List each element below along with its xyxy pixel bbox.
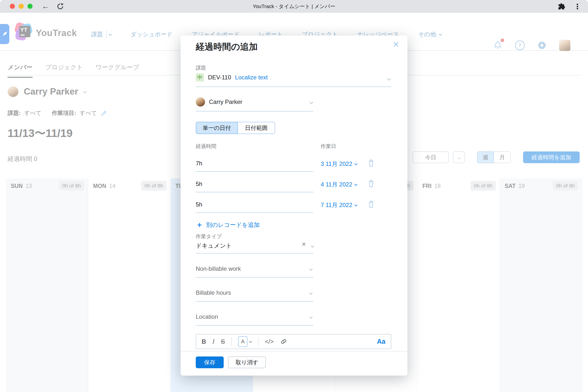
billable-hours-select[interactable]: Billable hours bbox=[196, 289, 231, 296]
extensions-puzzle-icon[interactable] bbox=[558, 3, 565, 10]
fullscreen-editor-button[interactable]: Aa bbox=[377, 338, 386, 346]
location-select[interactable]: Location bbox=[196, 313, 218, 320]
workday-date-select[interactable]: 7 11月 2022 bbox=[321, 201, 357, 209]
assignee-select[interactable]: Carry Parker bbox=[196, 97, 242, 106]
priority-badge: 中 bbox=[196, 73, 204, 82]
hours-input[interactable]: 7h bbox=[196, 160, 202, 167]
date-range-toggle[interactable]: 日付範囲 bbox=[238, 122, 275, 134]
chevron-down-icon bbox=[310, 316, 312, 319]
chevron-down-icon bbox=[310, 100, 313, 104]
delete-record-icon[interactable] bbox=[367, 200, 375, 208]
chevron-down-icon bbox=[354, 182, 358, 186]
strikethrough-button[interactable]: S bbox=[221, 338, 225, 345]
issue-field-label: 課題 bbox=[196, 64, 206, 71]
comment-editor-toolbar: B I S A </> Aa bbox=[196, 334, 391, 349]
delete-record-icon[interactable] bbox=[367, 159, 375, 167]
spent-time-column-label: 経過時間 bbox=[196, 143, 216, 150]
hours-input[interactable]: 5h bbox=[196, 180, 202, 188]
chevron-down-icon bbox=[310, 292, 312, 295]
text-color-button[interactable]: A bbox=[238, 336, 252, 347]
single-date-toggle[interactable]: 単一の日付 bbox=[196, 122, 238, 134]
chevron-down-icon bbox=[354, 162, 358, 165]
issue-select[interactable]: 中 DEV-110 Localize text bbox=[196, 73, 268, 82]
add-another-record-link[interactable]: ＋ 別のレコードを追加 bbox=[196, 220, 260, 230]
clear-icon[interactable]: × bbox=[302, 240, 306, 248]
dialog-footer-divider bbox=[180, 351, 408, 352]
issue-select-underline bbox=[196, 86, 391, 87]
assignee-select-underline bbox=[196, 111, 313, 112]
chevron-down-icon bbox=[310, 268, 312, 271]
chevron-down-icon bbox=[387, 77, 391, 80]
bold-button[interactable]: B bbox=[202, 338, 206, 345]
assignee-name: Carry Parker bbox=[209, 98, 242, 105]
browser-tab-title: YouTrack - タイムシート | メンバー bbox=[0, 0, 588, 13]
work-type-select[interactable]: ドキュメント bbox=[196, 242, 232, 250]
workday-column-label: 作業日 bbox=[321, 143, 336, 150]
cancel-button[interactable]: 取り消す bbox=[228, 356, 266, 368]
chevron-down-icon bbox=[249, 340, 252, 343]
italic-button[interactable]: I bbox=[212, 338, 214, 345]
app-window: ← YouTrack - タイムシート | メンバー ⋮ YT YouTrack bbox=[0, 0, 588, 392]
close-icon[interactable]: × bbox=[393, 39, 399, 50]
date-mode-toggle: 単一の日付 日付範囲 bbox=[196, 122, 275, 134]
assignee-avatar bbox=[196, 97, 205, 106]
browser-menu-icon[interactable]: ⋮ bbox=[574, 2, 581, 11]
dialog-title: 経過時間の追加 bbox=[196, 41, 258, 53]
workday-date-select[interactable]: 4 11月 2022 bbox=[321, 180, 357, 188]
code-button[interactable]: </> bbox=[265, 338, 274, 345]
plus-icon: ＋ bbox=[196, 220, 203, 230]
save-button[interactable]: 保存 bbox=[196, 356, 224, 368]
browser-chrome: ← YouTrack - タイムシート | メンバー ⋮ bbox=[0, 0, 588, 13]
workday-date-select[interactable]: 3 11月 2022 bbox=[321, 160, 357, 168]
non-billable-work-select[interactable]: Non-billable work bbox=[196, 265, 241, 272]
issue-id: DEV-110 bbox=[208, 74, 231, 81]
chevron-down-icon bbox=[311, 244, 314, 248]
add-spent-time-dialog: 経過時間の追加 × 課題 中 DEV-110 Localize text Car… bbox=[180, 36, 408, 376]
delete-record-icon[interactable] bbox=[367, 180, 375, 188]
link-button[interactable] bbox=[280, 338, 288, 345]
work-type-label: 作業タイプ bbox=[196, 233, 222, 240]
issue-summary-link[interactable]: Localize text bbox=[235, 74, 268, 81]
hours-input[interactable]: 5h bbox=[196, 201, 202, 208]
chevron-down-icon bbox=[354, 203, 358, 206]
